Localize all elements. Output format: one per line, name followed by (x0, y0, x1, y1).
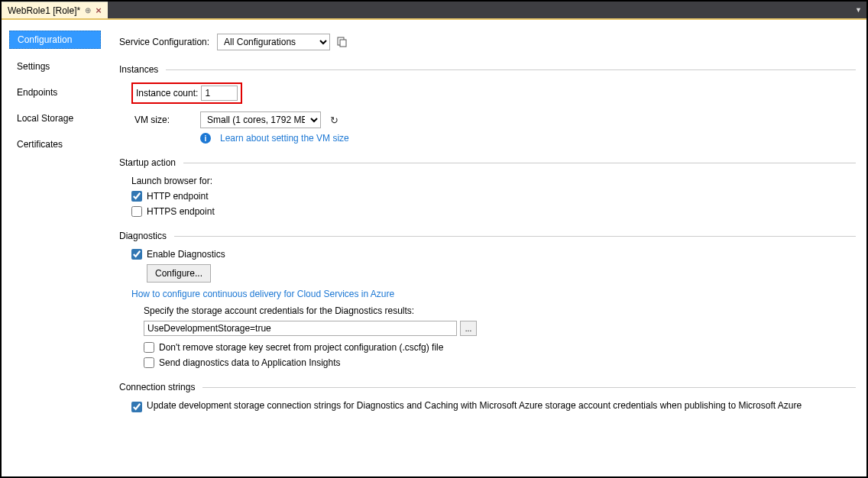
https-endpoint-checkbox[interactable] (131, 206, 142, 217)
divider (183, 163, 856, 163)
enable-diagnostics-row: Enable Diagnostics (131, 249, 856, 260)
svg-rect-1 (340, 40, 346, 47)
http-endpoint-row: HTTP endpoint (131, 191, 856, 202)
sidebar-item-certificates[interactable]: Certificates (9, 136, 101, 153)
startup-title: Startup action (119, 157, 176, 168)
sidebar-item-settings[interactable]: Settings (9, 58, 101, 75)
update-conn-label: Update development storage connection st… (147, 400, 802, 411)
service-config-label: Service Configuration: (119, 37, 209, 47)
main-panel: Service Configuration: All Configuration… (108, 20, 866, 476)
sidebar-item-configuration[interactable]: Configuration (9, 31, 101, 49)
dont-remove-checkbox[interactable] (144, 342, 154, 353)
instances-section: Instances Instance count: VM size: Small… (119, 64, 856, 144)
instance-count-row: Instance count: (131, 82, 856, 104)
https-endpoint-row: HTTPS endpoint (131, 206, 856, 217)
update-conn-row: Update development storage connection st… (131, 400, 856, 412)
document-tab[interactable]: WebRole1 [Role]* ⊕ × (2, 2, 108, 18)
connection-strings-header: Connection strings (119, 382, 856, 392)
tab-title: WebRole1 [Role]* (8, 5, 80, 16)
enable-diagnostics-checkbox[interactable] (131, 249, 142, 260)
startup-header: Startup action (119, 157, 856, 168)
pin-icon[interactable]: ⊕ (85, 6, 91, 15)
launch-browser-label: Launch browser for: (131, 176, 856, 186)
tab-bar-overflow: ▼ (855, 2, 866, 18)
instances-title: Instances (119, 64, 158, 75)
instance-count-highlight: Instance count: (131, 82, 242, 104)
divider (166, 69, 856, 70)
service-config-row: Service Configuration: All Configuration… (119, 34, 856, 50)
refresh-icon[interactable]: ↻ (327, 113, 341, 127)
diagnostics-title: Diagnostics (119, 231, 167, 241)
storage-row: ... (144, 321, 856, 336)
connection-strings-title: Connection strings (119, 382, 195, 392)
tab-bar: WebRole1 [Role]* ⊕ × ▼ (2, 2, 866, 20)
http-endpoint-label: HTTP endpoint (147, 191, 209, 202)
enable-diagnostics-label: Enable Diagnostics (147, 249, 225, 260)
http-endpoint-checkbox[interactable] (131, 191, 142, 202)
update-conn-checkbox[interactable] (131, 402, 142, 412)
vm-size-learn-link[interactable]: Learn about setting the VM size (220, 133, 349, 144)
diagnostics-help-link[interactable]: How to configure continuous delivery for… (131, 289, 394, 299)
manage-configurations-icon[interactable] (336, 36, 348, 48)
instances-header: Instances (119, 64, 856, 75)
sidebar-item-local-storage[interactable]: Local Storage (9, 110, 101, 127)
info-icon: i (200, 133, 211, 144)
close-icon[interactable]: × (96, 5, 102, 16)
content-area: Configuration Settings Endpoints Local S… (2, 20, 866, 476)
instance-count-input[interactable] (201, 86, 238, 101)
dont-remove-label: Don't remove storage key secret from pro… (159, 342, 443, 353)
https-endpoint-label: HTTPS endpoint (147, 206, 215, 217)
vm-size-link-row: i Learn about setting the VM size (200, 133, 856, 144)
dont-remove-row: Don't remove storage key secret from pro… (144, 342, 856, 353)
divider (202, 387, 856, 388)
vm-size-select[interactable]: Small (1 cores, 1792 MB) (200, 111, 321, 128)
startup-section: Startup action Launch browser for: HTTP … (119, 157, 856, 217)
divider (174, 236, 856, 237)
diagnostics-section: Diagnostics Enable Diagnostics Configure… (119, 231, 856, 368)
diagnostics-header: Diagnostics (119, 231, 856, 241)
sidebar-item-endpoints[interactable]: Endpoints (9, 84, 101, 101)
browse-storage-button[interactable]: ... (460, 321, 477, 336)
instance-count-label: Instance count: (136, 88, 198, 99)
vm-size-label: VM size: (134, 115, 194, 125)
app-insights-label: Send diagnostics data to Application Ins… (159, 357, 341, 368)
app-insights-checkbox[interactable] (144, 357, 154, 368)
connection-strings-section: Connection strings Update development st… (119, 382, 856, 412)
vm-size-row: VM size: Small (1 cores, 1792 MB) ↻ (134, 111, 856, 128)
app-insights-row: Send diagnostics data to Application Ins… (144, 357, 856, 368)
dropdown-icon[interactable]: ▼ (855, 6, 862, 14)
storage-account-input[interactable] (144, 321, 457, 336)
storage-cred-label: Specify the storage account credentials … (144, 305, 856, 316)
service-config-select[interactable]: All Configurations (217, 34, 330, 50)
configure-button[interactable]: Configure... (147, 264, 211, 283)
sidebar: Configuration Settings Endpoints Local S… (2, 20, 108, 476)
